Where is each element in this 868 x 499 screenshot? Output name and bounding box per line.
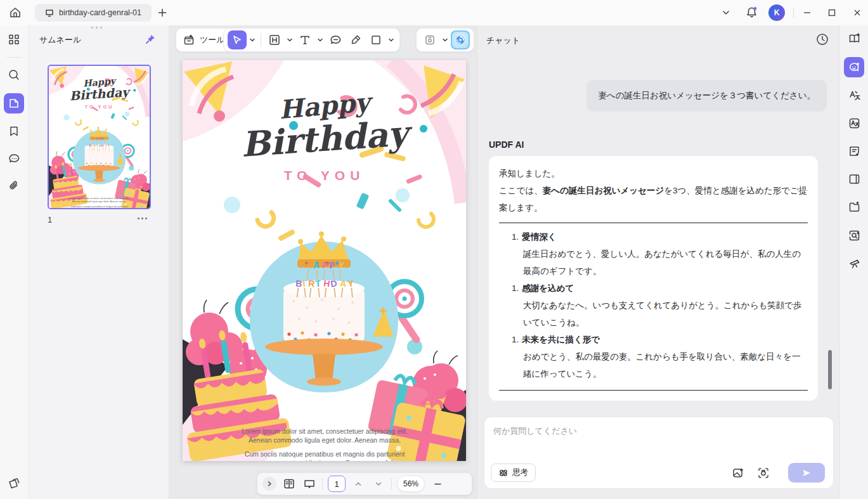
- chevron-down-icon[interactable]: [718, 5, 734, 20]
- thumbnail-panel: サムネール: [29, 25, 169, 499]
- candle-row-1: HAPPY: [93, 137, 106, 143]
- toolbar-separator: [261, 34, 261, 46]
- ai-list-item: 1.未来を共に描く形で おめでとう、私の最愛の妻。これからも手を取り合い、素敵な…: [512, 331, 808, 382]
- window-maximize-button[interactable]: [820, 0, 843, 25]
- ai-files-folder-icon[interactable]: [844, 197, 864, 217]
- theme-swatches-icon[interactable]: [4, 473, 24, 493]
- stamp-ai-group: [416, 28, 474, 52]
- sidebar-item-bookmarks[interactable]: [4, 121, 24, 141]
- highlighter-tool-button[interactable]: [346, 30, 365, 49]
- notifications-bell-icon[interactable]: [742, 3, 760, 21]
- ai-summary-note-icon[interactable]: [844, 141, 864, 161]
- bar-separator: [322, 478, 323, 489]
- apps-grid-icon[interactable]: [4, 29, 24, 49]
- toolbox-icon: [183, 34, 195, 46]
- tab-doc-icon: [45, 8, 54, 17]
- thumbnail-panel-title: サムネール: [39, 34, 81, 46]
- atom-icon: [498, 468, 508, 478]
- annotation-toolbar: [223, 28, 400, 52]
- panel-resize-handle[interactable]: [91, 27, 102, 29]
- sidebar-item-attachments[interactable]: [4, 176, 24, 196]
- screenshot-camera-icon[interactable]: [756, 465, 771, 481]
- ai-sender-name: UPDF AI: [489, 139, 524, 150]
- candle-row-2: BIRTHDAY: [89, 144, 110, 150]
- chat-input-card: 思考: [484, 417, 834, 489]
- heading-tool-chevron[interactable]: [285, 30, 294, 49]
- page-navigation-bar: 1 56%: [257, 472, 472, 495]
- search-icon[interactable]: [4, 65, 24, 85]
- ai-translate-icon[interactable]: [844, 85, 864, 105]
- document-page-wrap: Happy Birthday TO YOU HAPPY BIRTHDAY Lor…: [183, 60, 466, 461]
- user-message-bubble: 妻への誕生日お祝いメッセージを３つ書いてください。: [586, 80, 827, 112]
- thumbnail-more-button[interactable]: [138, 217, 147, 219]
- birthday-card-page[interactable]: Happy Birthday TO YOU HAPPY BIRTHDAY Lor…: [49, 66, 150, 209]
- left-icon-rail: [0, 25, 29, 499]
- presentation-mode-button[interactable]: [302, 476, 317, 491]
- ai-text-recognition-icon[interactable]: [844, 113, 864, 133]
- next-page-button[interactable]: [371, 476, 386, 491]
- stamp-tool-button[interactable]: [420, 30, 439, 49]
- card-subtitle-to-you: TO YOU: [49, 105, 150, 110]
- bar-separator-2: [391, 478, 392, 489]
- chat-history-icon[interactable]: [814, 31, 831, 48]
- select-tool-chevron[interactable]: [248, 30, 257, 49]
- ai-list-item: 1.感謝を込めて 大切なあなたへ。いつも支えてくれてありがとう。これからも笑顔で…: [512, 280, 808, 331]
- sidebar-item-comments[interactable]: [4, 148, 24, 169]
- ai-intro-paragraph: ここでは、妻への誕生日お祝いメッセージを3つ、愛情と感謝を込めた形でご提案します…: [499, 182, 808, 216]
- card-body-text: Lorem ipsum dolor sit amet, consectetuer…: [65, 197, 133, 209]
- titlebar-divider: [793, 8, 794, 18]
- chat-scrollbar-thumb[interactable]: [828, 350, 832, 389]
- sidebar-item-thumbnails[interactable]: [4, 93, 24, 113]
- chat-input[interactable]: [484, 417, 833, 455]
- thinking-mode-button[interactable]: 思考: [491, 463, 536, 482]
- title-bar: birthday-card-genral-01 K: [0, 0, 868, 25]
- birthday-card-page[interactable]: Happy Birthday TO YOU HAPPY BIRTHDAY Lor…: [183, 60, 466, 461]
- document-tab[interactable]: birthday-card-genral-01: [35, 4, 152, 22]
- new-tab-button[interactable]: [155, 5, 170, 20]
- expand-bar-button[interactable]: [262, 477, 276, 491]
- zoom-level-button[interactable]: 56%: [397, 476, 425, 492]
- insert-image-icon[interactable]: [730, 465, 746, 481]
- home-button[interactable]: [5, 3, 25, 23]
- candle-row-1: HAPPY: [305, 261, 343, 279]
- ai-reader-book-icon[interactable]: [844, 29, 864, 49]
- ai-chat-panel: チャット 妻への誕生日お祝いメッセージを３つ書いてください。 UPDF AI 承…: [477, 25, 839, 499]
- right-icon-rail: [839, 25, 868, 499]
- stamp-tool-chevron[interactable]: [441, 30, 450, 49]
- page-thumbnail[interactable]: Happy Birthday TO YOU HAPPY BIRTHDAY Lor…: [48, 65, 151, 209]
- thumbnail-page-number: 1: [48, 215, 52, 224]
- rail-divider: [6, 57, 22, 58]
- ai-list-item: 1.愛情深く 誕生日おめでとう、愛しい人。あなたがいてくれる毎日が、私の人生の最…: [512, 228, 808, 280]
- card-subtitle-to-you: TO YOU: [183, 168, 466, 183]
- card-body-text: Lorem ipsum dolor sit amet, consectetuer…: [230, 427, 420, 461]
- heading-tool-button[interactable]: [265, 30, 284, 49]
- text-tool-button[interactable]: [295, 30, 314, 49]
- tools-menu-button[interactable]: ツール: [180, 30, 230, 49]
- select-tool-button[interactable]: [228, 30, 247, 49]
- pin-panel-icon[interactable]: [141, 30, 159, 48]
- thinking-label: 思考: [512, 467, 528, 478]
- window-minimize-button[interactable]: [796, 0, 818, 25]
- response-divider: [499, 223, 808, 223]
- ai-response-card: 承知しました。 ここでは、妻への誕生日お祝いメッセージを3つ、愛情と感謝を込めた…: [489, 156, 818, 401]
- ai-assistant-button[interactable]: [451, 30, 470, 49]
- send-message-button[interactable]: [788, 463, 825, 483]
- candle-row-2: BIRTHDAY: [295, 279, 354, 297]
- ai-chat-icon[interactable]: [844, 57, 864, 77]
- page-layout-button[interactable]: [282, 476, 297, 491]
- shape-tool-chevron[interactable]: [387, 30, 396, 49]
- text-tool-chevron[interactable]: [316, 30, 325, 49]
- page-number-input[interactable]: 1: [328, 476, 346, 492]
- window-close-button[interactable]: [846, 0, 868, 25]
- page-thumbnail-content: Happy Birthday TO YOU HAPPY BIRTHDAY Lor…: [49, 66, 151, 209]
- ai-search-icon[interactable]: [844, 225, 864, 245]
- candle-letters: HAPPY BIRTHDAY: [89, 137, 110, 150]
- announcements-telescope-icon[interactable]: [844, 253, 864, 273]
- shape-tool-button[interactable]: [366, 30, 385, 49]
- comment-tool-button[interactable]: [326, 30, 345, 49]
- tab-title: birthday-card-genral-01: [59, 8, 141, 17]
- previous-page-button[interactable]: [351, 476, 366, 491]
- reading-mode-icon[interactable]: [844, 169, 864, 189]
- user-avatar[interactable]: K: [768, 4, 785, 21]
- zoom-out-button[interactable]: [430, 476, 445, 491]
